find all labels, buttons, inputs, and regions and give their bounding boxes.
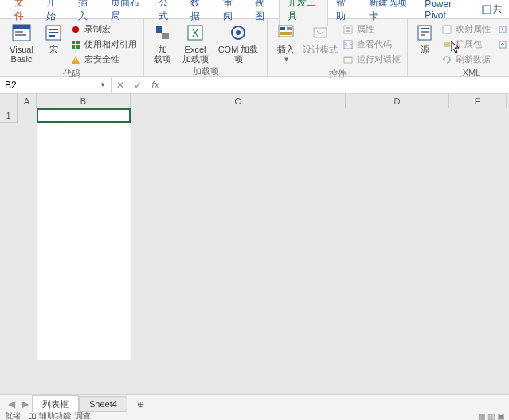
design-mode-icon — [309, 22, 331, 43]
svg-rect-7 — [49, 32, 58, 33]
select-all-corner[interactable] — [0, 94, 18, 108]
xml-source-button[interactable]: 源 — [413, 22, 437, 54]
svg-rect-25 — [280, 32, 292, 35]
macros-button[interactable]: 宏 — [41, 22, 65, 54]
addins-icon — [151, 22, 174, 43]
relative-ref-label: 使用相对引用 — [84, 38, 137, 50]
cells-area[interactable] — [18, 108, 509, 397]
addins-label: 加 载项 — [154, 45, 171, 64]
svg-rect-26 — [314, 28, 327, 37]
share-button[interactable]: 共 — [476, 0, 509, 19]
relative-ref-button[interactable]: 使用相对引用 — [69, 37, 139, 51]
share-icon — [482, 5, 491, 14]
svg-rect-8 — [49, 35, 55, 37]
view-buttons[interactable]: ▦ ▥ ▣ — [478, 412, 504, 421]
svg-rect-27 — [344, 26, 352, 33]
com-addins-button[interactable]: COM 加载项 — [214, 22, 262, 64]
xml-source-label: 源 — [421, 45, 429, 54]
svg-rect-0 — [483, 6, 491, 14]
visual-basic-label: Visual Basic — [5, 45, 38, 64]
cancel-formula-button[interactable]: ✕ — [112, 80, 129, 91]
view-code-button[interactable]: 查看代码 — [341, 37, 402, 51]
insert-control-button[interactable]: 插入 ▼ — [272, 22, 300, 63]
status-accessibility: 🕮 辅助功能: 调查 — [29, 410, 91, 420]
group-xml: 源 映射属性 扩展包 刷新数据 导入 — [408, 19, 509, 76]
sheet-tab-bar: ◀ ▶ 列表框 Sheet4 ⊕ — [0, 394, 509, 412]
col-header-E[interactable]: E — [449, 94, 507, 108]
svg-rect-4 — [15, 34, 26, 36]
svg-rect-36 — [421, 34, 425, 36]
sheet-nav-next[interactable]: ▶ — [18, 398, 32, 410]
col-header-C[interactable]: C — [131, 94, 346, 108]
svg-point-21 — [236, 30, 241, 35]
share-label: 共 — [493, 2, 503, 16]
ribbon-tabs: 文件 开始 插入 页面布局 公式 数据 审阅 视图 开发工具 帮助 新建选项卡 … — [0, 0, 509, 19]
excel-addins-icon: X — [184, 22, 206, 43]
refresh-data-button[interactable]: 刷新数据 — [440, 53, 492, 66]
chevron-down-icon[interactable]: ▼ — [100, 81, 106, 88]
relref-icon — [70, 39, 81, 50]
view-code-icon — [343, 39, 354, 50]
map-props-label: 映射属性 — [456, 23, 491, 35]
svg-rect-6 — [49, 29, 58, 30]
white-region — [37, 121, 131, 360]
fx-button[interactable]: fx — [147, 80, 164, 91]
col-header-B[interactable]: B — [37, 94, 131, 108]
expand-icon — [441, 39, 452, 50]
sheet-tab-2[interactable]: Sheet4 — [79, 396, 127, 412]
com-addins-label: COM 加载项 — [214, 45, 262, 64]
enter-formula-button[interactable]: ✓ — [129, 80, 147, 91]
svg-rect-13 — [76, 45, 80, 49]
xml-import-button[interactable]: 导入 — [495, 22, 509, 36]
run-dialog-button[interactable]: 运行对话框 — [341, 53, 402, 66]
row-header-1[interactable]: 1 — [0, 108, 18, 123]
svg-rect-38 — [444, 42, 450, 47]
map-props-icon — [441, 24, 452, 35]
name-box[interactable]: ▼ — [0, 77, 112, 93]
com-addins-icon — [227, 22, 249, 43]
svg-rect-34 — [421, 28, 429, 29]
group-code: Visual Basic 宏 录制宏 使用相对引用 宏安全性 — [0, 19, 144, 76]
add-sheet-button[interactable]: ⊕ — [127, 397, 154, 412]
refresh-data-label: 刷新数据 — [456, 53, 491, 65]
properties-button[interactable]: 属性 — [341, 22, 402, 36]
name-box-input[interactable] — [5, 80, 76, 91]
svg-text:X: X — [192, 28, 198, 39]
macro-security-button[interactable]: 宏安全性 — [69, 53, 139, 66]
dialog-icon — [343, 54, 354, 65]
status-ready: 就绪 — [5, 410, 21, 420]
record-macro-label: 录制宏 — [84, 23, 111, 35]
insert-control-icon — [275, 22, 297, 43]
col-header-D[interactable]: D — [346, 94, 449, 108]
svg-rect-24 — [287, 27, 292, 30]
macros-label: 宏 — [49, 45, 58, 54]
svg-rect-15 — [75, 58, 76, 61]
insert-control-label: 插入 — [277, 45, 295, 54]
col-header-A[interactable]: A — [18, 94, 37, 108]
map-props-button[interactable]: 映射属性 — [440, 22, 492, 36]
properties-icon — [343, 24, 354, 35]
svg-rect-29 — [346, 30, 350, 32]
group-controls: 插入 ▼ 设计模式 属性 查看代码 运行对话框 — [268, 19, 408, 76]
excel-addins-button[interactable]: X Excel 加载项 — [179, 22, 211, 64]
svg-rect-28 — [346, 27, 350, 29]
svg-rect-23 — [280, 27, 285, 30]
design-mode-button[interactable]: 设计模式 — [303, 22, 338, 54]
warning-icon — [70, 54, 81, 65]
expand-pack-label: 扩展包 — [456, 38, 482, 50]
design-mode-label: 设计模式 — [303, 45, 338, 54]
worksheet-grid[interactable]: A B C D E 1 — [0, 94, 509, 397]
sheet-nav-prev[interactable]: ◀ — [5, 398, 18, 410]
xml-export-button[interactable]: 导出 — [495, 37, 509, 51]
active-cell-B2[interactable] — [37, 108, 131, 123]
export-icon — [497, 39, 508, 50]
chevron-down-icon: ▼ — [284, 56, 290, 63]
macro-security-label: 宏安全性 — [84, 53, 119, 65]
visual-basic-button[interactable]: Visual Basic — [5, 22, 38, 64]
addins-button[interactable]: 加 载项 — [149, 22, 176, 64]
expand-pack-button[interactable]: 扩展包 — [440, 37, 492, 51]
svg-rect-16 — [156, 26, 162, 33]
svg-rect-32 — [344, 57, 352, 58]
record-macro-button[interactable]: 录制宏 — [69, 22, 139, 36]
svg-rect-10 — [72, 41, 75, 44]
